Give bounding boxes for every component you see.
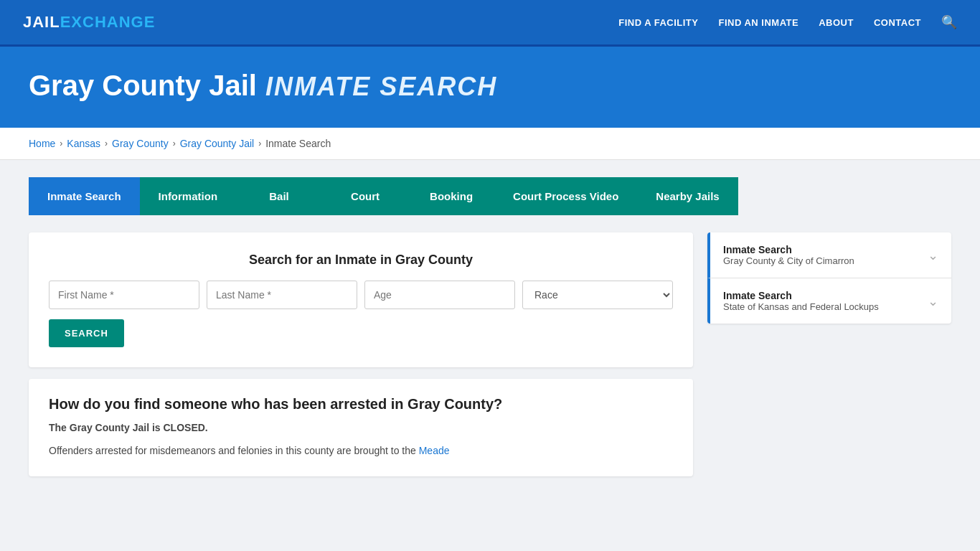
sidebar-item-title-2: Inmate Search bbox=[723, 290, 879, 301]
tab-court-process-video[interactable]: Court Process Video bbox=[494, 177, 637, 215]
info-card: How do you find someone who has been arr… bbox=[29, 379, 693, 476]
site-header: JAIL EXCHANGE FIND A FACILITY FIND AN IN… bbox=[0, 0, 980, 47]
nav-find-inmate[interactable]: FIND AN INMATE bbox=[718, 17, 798, 28]
tab-information[interactable]: Information bbox=[140, 177, 237, 215]
breadcrumb-gray-county[interactable]: Gray County bbox=[112, 138, 169, 149]
sidebar-item-text-1: Inmate Search Gray County & City of Cima… bbox=[723, 244, 854, 266]
main-nav: FIND A FACILITY FIND AN INMATE ABOUT CON… bbox=[618, 14, 957, 30]
search-card: Search for an Inmate in Gray County Race… bbox=[29, 232, 693, 367]
tab-booking[interactable]: Booking bbox=[408, 177, 494, 215]
tab-bail[interactable]: Bail bbox=[236, 177, 322, 215]
breadcrumb-home[interactable]: Home bbox=[29, 138, 55, 149]
breadcrumb-kansas[interactable]: Kansas bbox=[67, 138, 100, 149]
content-row: Search for an Inmate in Gray County Race… bbox=[29, 232, 951, 476]
hero-main-title: Gray County Jail bbox=[29, 70, 257, 102]
search-title: Search for an Inmate in Gray County bbox=[49, 253, 673, 268]
sidebar-item-subtitle-2: State of Kansas and Federal Lockups bbox=[723, 301, 879, 312]
search-fields: Race White Black Hispanic Asian Other bbox=[49, 281, 673, 309]
info-body: Offenders arrested for misdemeanors and … bbox=[49, 443, 673, 458]
chevron-down-icon-2: ⌄ bbox=[928, 293, 938, 309]
sidebar-item-kansas[interactable]: Inmate Search State of Kansas and Federa… bbox=[707, 278, 951, 324]
hero-subtitle: INMATE SEARCH bbox=[265, 72, 497, 102]
logo[interactable]: JAIL EXCHANGE bbox=[23, 13, 155, 32]
info-title: How do you find someone who has been arr… bbox=[49, 396, 673, 413]
nav-find-facility[interactable]: FIND A FACILITY bbox=[618, 17, 698, 28]
last-name-input[interactable] bbox=[207, 281, 357, 309]
info-body-text: Offenders arrested for misdemeanors and … bbox=[49, 445, 419, 456]
main-content: Inmate Search Information Bail Court Boo… bbox=[0, 160, 980, 494]
search-panel: Search for an Inmate in Gray County Race… bbox=[29, 232, 693, 476]
status-closed-text: The Gray County Jail is CLOSED. bbox=[49, 420, 673, 435]
breadcrumb: Home › Kansas › Gray County › Gray Count… bbox=[0, 128, 980, 160]
hero-title: Gray County Jail INMATE SEARCH bbox=[29, 70, 951, 102]
search-icon[interactable]: 🔍 bbox=[941, 14, 957, 30]
breadcrumb-sep-1: › bbox=[60, 138, 62, 149]
tab-nearby-jails[interactable]: Nearby Jails bbox=[637, 177, 738, 215]
first-name-input[interactable] bbox=[49, 281, 199, 309]
nav-contact[interactable]: CONTACT bbox=[874, 17, 921, 28]
sidebar-card: Inmate Search Gray County & City of Cima… bbox=[707, 232, 951, 324]
meade-link[interactable]: Meade bbox=[419, 445, 450, 456]
hero-section: Gray County Jail INMATE SEARCH bbox=[0, 47, 980, 128]
sidebar-item-text-2: Inmate Search State of Kansas and Federa… bbox=[723, 290, 879, 312]
sidebar-item-subtitle-1: Gray County & City of Cimarron bbox=[723, 255, 854, 266]
breadcrumb-current: Inmate Search bbox=[265, 138, 331, 149]
tab-bar: Inmate Search Information Bail Court Boo… bbox=[29, 177, 951, 215]
sidebar-item-title-1: Inmate Search bbox=[723, 244, 854, 255]
breadcrumb-sep-2: › bbox=[105, 138, 108, 149]
logo-exchange: EXCHANGE bbox=[60, 13, 156, 32]
sidebar: Inmate Search Gray County & City of Cima… bbox=[707, 232, 951, 324]
tab-court[interactable]: Court bbox=[322, 177, 408, 215]
search-button[interactable]: SEARCH bbox=[49, 319, 124, 347]
breadcrumb-sep-3: › bbox=[173, 138, 176, 149]
sidebar-item-gray-county[interactable]: Inmate Search Gray County & City of Cima… bbox=[707, 232, 951, 278]
nav-about[interactable]: ABOUT bbox=[819, 17, 854, 28]
breadcrumb-gray-county-jail[interactable]: Gray County Jail bbox=[180, 138, 254, 149]
chevron-down-icon-1: ⌄ bbox=[928, 248, 938, 263]
logo-jail: JAIL bbox=[23, 13, 60, 32]
breadcrumb-sep-4: › bbox=[258, 138, 261, 149]
tab-inmate-search[interactable]: Inmate Search bbox=[29, 177, 140, 215]
race-select[interactable]: Race White Black Hispanic Asian Other bbox=[522, 281, 673, 309]
age-input[interactable] bbox=[364, 281, 515, 309]
